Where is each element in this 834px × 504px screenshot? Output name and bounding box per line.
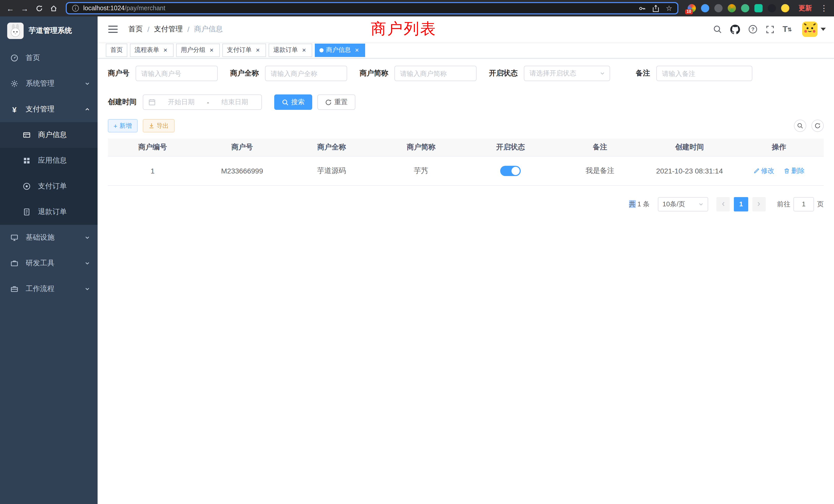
full-name-label: 商户全称	[230, 69, 259, 78]
table-header-row: 商户编号 商户号 商户全称 商户简称 开启状态 备注 创建时间 操作	[108, 139, 824, 156]
delete-icon	[784, 167, 790, 174]
sidebar-item-devtools[interactable]: 研发工具	[0, 250, 97, 276]
extension-icon-8[interactable]	[781, 4, 789, 12]
merchant-no-input[interactable]	[136, 66, 218, 81]
sidebar-item-refund-order[interactable]: 退款订单	[0, 199, 97, 225]
share-icon[interactable]	[653, 4, 660, 12]
tab-pay-order[interactable]: 支付订单×	[222, 43, 266, 57]
breadcrumb-separator: /	[188, 25, 190, 33]
header-search-icon[interactable]	[713, 25, 722, 34]
tab-home[interactable]: 首页	[106, 43, 127, 57]
sidebar-item-system[interactable]: 系统管理	[0, 71, 97, 96]
url-bar[interactable]: localhost:1024/pay/merchant ☆	[66, 2, 678, 14]
short-name-input[interactable]	[394, 66, 477, 81]
export-button[interactable]: 导出	[142, 119, 174, 132]
next-page-button[interactable]	[752, 197, 766, 211]
search-icon	[282, 99, 289, 106]
goto-page-input[interactable]	[793, 197, 814, 211]
chevron-down-icon	[84, 286, 90, 292]
delete-button[interactable]: 删除	[784, 166, 805, 175]
browser-menu-icon[interactable]: ⋮	[818, 4, 830, 13]
sidebar-item-infrastructure[interactable]: 基础设施	[0, 225, 97, 250]
extension-icon-1[interactable]: 10	[688, 4, 696, 12]
home-icon[interactable]	[47, 2, 60, 14]
sidebar-item-label: 首页	[26, 53, 40, 63]
breadcrumb-item-payment[interactable]: 支付管理	[154, 25, 183, 34]
font-size-icon[interactable]: T⇅	[783, 25, 792, 34]
toggle-search-icon[interactable]	[794, 120, 806, 132]
extension-icon-2[interactable]	[701, 4, 709, 12]
github-icon[interactable]	[730, 24, 740, 34]
user-menu[interactable]	[802, 22, 826, 37]
select-caret-icon	[599, 70, 606, 76]
cell-remark: 我是备注	[555, 156, 645, 185]
close-icon[interactable]: ×	[353, 46, 360, 54]
merchant-no-label: 商户号	[108, 69, 129, 78]
sidebar-item-workflow[interactable]: 工作流程	[0, 276, 97, 302]
url-text: localhost:1024/pay/merchant	[83, 5, 166, 12]
site-info-icon[interactable]	[72, 5, 79, 12]
extension-icon-7[interactable]	[768, 4, 776, 12]
page-number-button[interactable]: 1	[734, 197, 748, 211]
help-icon[interactable]: ?	[748, 25, 758, 34]
breadcrumb-item-home[interactable]: 首页	[128, 25, 143, 34]
extension-icon-5[interactable]	[741, 4, 749, 12]
reset-button[interactable]: 重置	[317, 94, 355, 110]
sidebar-item-app-info[interactable]: 应用信息	[0, 148, 97, 174]
tab-merchant-info[interactable]: 商户信息×	[315, 43, 365, 57]
sidebar-toggle-icon[interactable]	[106, 23, 120, 36]
status-select[interactable]: 请选择开启状态	[524, 66, 610, 81]
password-key-icon[interactable]	[639, 4, 646, 12]
sidebar-item-pay-order[interactable]: 支付订单	[0, 174, 97, 199]
extension-icon-3[interactable]	[714, 4, 723, 12]
toolbox-icon	[10, 259, 19, 268]
tab-process-form[interactable]: 流程表单×	[130, 43, 174, 57]
back-icon[interactable]: ←	[4, 2, 17, 14]
sidebar-item-home[interactable]: 首页	[0, 45, 97, 71]
status-toggle[interactable]	[500, 165, 521, 176]
status-label: 开启状态	[489, 69, 518, 78]
date-separator: -	[207, 98, 209, 106]
merchant-table: 商户编号 商户号 商户全称 商户简称 开启状态 备注 创建时间 操作 1	[108, 139, 824, 186]
forward-icon[interactable]: →	[19, 2, 31, 14]
add-button[interactable]: + 新增	[108, 119, 137, 132]
tab-user-group[interactable]: 用户分组×	[176, 43, 220, 57]
close-icon[interactable]: ×	[254, 46, 261, 54]
close-icon[interactable]: ×	[301, 46, 308, 54]
created-time-label: 创建时间	[108, 97, 137, 107]
bookmark-star-icon[interactable]: ☆	[666, 4, 672, 12]
extension-icon-4[interactable]	[728, 4, 736, 12]
search-button[interactable]: 搜索	[274, 94, 312, 110]
top-navbar: 首页 / 支付管理 / 商户信息 ?	[97, 17, 834, 42]
date-range-picker[interactable]: 开始日期 - 结束日期	[143, 94, 262, 110]
sidebar-item-merchant-info[interactable]: 商户信息	[0, 122, 97, 148]
refresh-table-icon[interactable]	[811, 120, 824, 132]
sidebar-item-label: 商户信息	[38, 130, 67, 140]
browser-update-button[interactable]: 更新	[794, 4, 816, 13]
fullscreen-icon[interactable]	[766, 25, 774, 33]
page-suffix-label: 页	[817, 199, 824, 209]
close-icon[interactable]: ×	[208, 46, 215, 54]
edit-button[interactable]: 修改	[753, 166, 774, 175]
tab-refund-order[interactable]: 退款订单×	[269, 43, 312, 57]
prev-page-button[interactable]	[717, 197, 730, 211]
goto-label: 前往	[777, 199, 790, 209]
avatar	[802, 22, 817, 37]
svg-text:?: ?	[751, 26, 754, 32]
extension-icon-6[interactable]	[754, 4, 763, 12]
cell-short-name: 芋艿	[376, 156, 466, 185]
col-full-name: 商户全称	[287, 139, 376, 156]
close-icon[interactable]: ×	[162, 46, 169, 54]
reload-icon[interactable]	[33, 2, 45, 14]
sidebar-logo[interactable]: 芋道管理系统	[0, 17, 97, 45]
sidebar-item-payment[interactable]: ¥ 支付管理	[0, 96, 97, 122]
remark-input[interactable]	[656, 66, 752, 81]
total-count: 共 1 条	[629, 199, 650, 209]
col-created-at: 创建时间	[645, 139, 734, 156]
select-caret-icon	[698, 201, 704, 207]
caret-down-icon	[821, 28, 826, 31]
page-size-select[interactable]: 10条/页	[658, 197, 708, 211]
remark-label: 备注	[636, 69, 650, 78]
full-name-input[interactable]	[265, 66, 347, 81]
gear-icon	[10, 79, 19, 88]
